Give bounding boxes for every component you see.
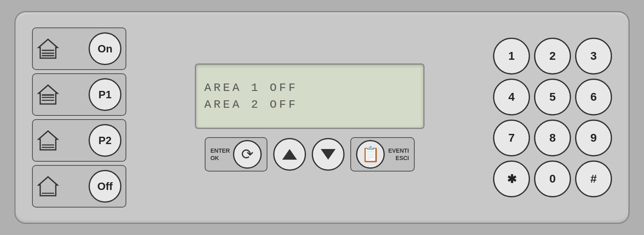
arrow-up-icon: [282, 149, 297, 160]
middle-section: AREA 1 OFF AREA 2 OFF ENTEROK ⟳: [139, 63, 481, 172]
num-2-button[interactable]: 2: [534, 38, 571, 75]
left-section: On P1: [32, 27, 126, 208]
p2-button[interactable]: P2: [32, 119, 126, 162]
swirl-icon: ⟳: [241, 146, 253, 163]
house-p1-icon: [37, 84, 59, 106]
off-button[interactable]: Off: [32, 165, 126, 208]
off-button-label[interactable]: Off: [89, 170, 121, 203]
on-button[interactable]: On: [32, 27, 126, 70]
num-5-button[interactable]: 5: [534, 79, 571, 115]
num-9-button[interactable]: 9: [575, 120, 612, 156]
enter-ok-label-left: ENTEROK: [210, 147, 230, 162]
eventi-esci-button[interactable]: 📋 EVENTIESCI: [350, 137, 415, 172]
document-icon: 📋: [361, 146, 380, 163]
eventi-esci-label: EVENTIESCI: [388, 147, 409, 162]
num-7-button[interactable]: 7: [493, 120, 530, 156]
lcd-line1: AREA 1 OFF: [204, 81, 415, 94]
arrow-down-icon: [321, 149, 336, 160]
up-arrow-button[interactable]: [273, 138, 306, 171]
enter-ok-button[interactable]: ENTEROK ⟳: [205, 137, 267, 172]
p2-button-label[interactable]: P2: [89, 124, 121, 157]
eventi-esci-icon-button[interactable]: 📋: [356, 140, 385, 169]
down-arrow-button[interactable]: [312, 138, 345, 171]
num-4-button[interactable]: 4: [493, 79, 530, 115]
house-full-icon: [37, 38, 59, 60]
num-hash-button[interactable]: #: [575, 160, 612, 197]
security-panel: On P1: [14, 11, 630, 224]
p1-button-label[interactable]: P1: [89, 78, 121, 111]
numpad: 1 2 3 4 5 6 7 8 9 ✱ 0 #: [493, 38, 612, 197]
enter-ok-icon-button[interactable]: ⟳: [233, 140, 262, 169]
p1-button[interactable]: P1: [32, 73, 126, 116]
num-8-button[interactable]: 8: [534, 120, 571, 156]
house-off-icon: [37, 175, 59, 197]
house-p2-icon: [37, 129, 59, 151]
num-6-button[interactable]: 6: [575, 79, 612, 115]
num-1-button[interactable]: 1: [493, 38, 530, 75]
control-row: ENTEROK ⟳ 📋 EVENTIESCI: [205, 137, 415, 172]
lcd-line2: AREA 2 OFF: [204, 98, 415, 111]
num-3-button[interactable]: 3: [575, 38, 612, 75]
num-star-button[interactable]: ✱: [493, 160, 530, 197]
on-button-label[interactable]: On: [89, 32, 121, 65]
num-0-button[interactable]: 0: [534, 160, 571, 197]
lcd-display: AREA 1 OFF AREA 2 OFF: [195, 63, 425, 129]
